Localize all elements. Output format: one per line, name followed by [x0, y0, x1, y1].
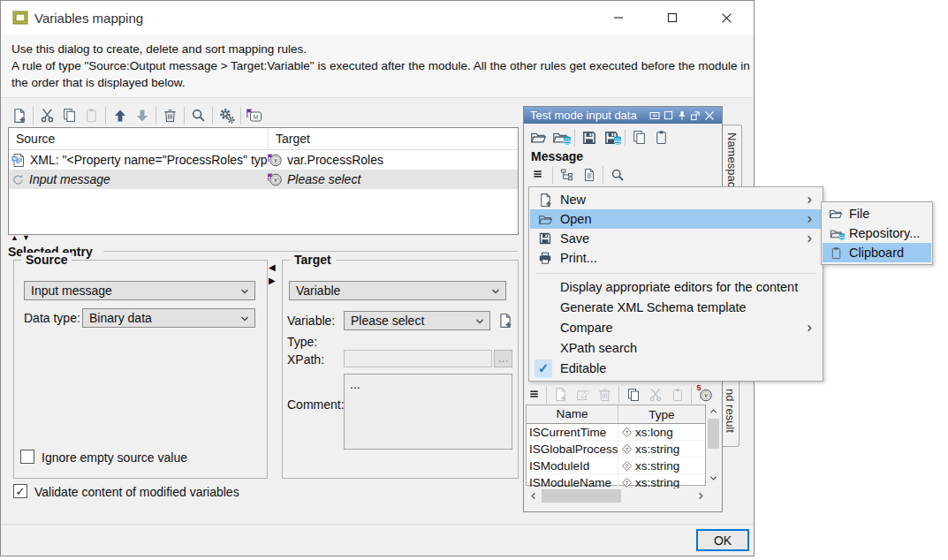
message-label: Message [531, 149, 583, 163]
save-file-button[interactable] [578, 126, 600, 148]
source-type-select[interactable]: Input message [24, 281, 255, 300]
validate-checkbox[interactable]: ✓ [13, 484, 27, 498]
menu-item-open[interactable]: Open [530, 209, 822, 229]
menu-item-xpath-search[interactable]: XPath search [530, 338, 822, 358]
close-panel-icon[interactable] [702, 109, 716, 122]
menu-item-generate-schema[interactable]: Generate XML Schema template [530, 298, 822, 317]
submenu-item-repository[interactable]: Repository... [823, 223, 931, 243]
collapse-left-button[interactable]: ◀ [269, 262, 276, 272]
ok-button[interactable]: OK [696, 529, 749, 551]
mapping-row-selected[interactable]: Input message Please select [9, 170, 518, 189]
new-variable-button[interactable] [494, 309, 516, 331]
target-group-label: Target [290, 253, 336, 267]
cut-variable-button[interactable] [644, 383, 666, 405]
column-header-source[interactable]: Source [9, 128, 269, 149]
scroll-up-icon[interactable] [709, 406, 718, 416]
column-header-name[interactable]: Name [527, 405, 618, 423]
tree-view-button[interactable] [556, 163, 578, 185]
minimize-icon[interactable] [598, 4, 639, 31]
cut-button[interactable] [36, 104, 58, 126]
scrollbar-thumb[interactable] [708, 419, 719, 449]
maximize-panel-icon[interactable] [662, 109, 675, 122]
menu-item-new[interactable]: New [530, 190, 822, 209]
open-file-button[interactable] [527, 126, 550, 148]
description-line: A rule of type "Source:Output message > … [11, 57, 743, 74]
variable-type: xs:long [635, 426, 673, 439]
sort-down-button[interactable]: ▼ [22, 233, 30, 242]
delete-button[interactable] [159, 104, 181, 126]
move-up-button[interactable] [109, 104, 131, 126]
comment-input[interactable]: ... [344, 374, 512, 450]
scroll-left-icon[interactable] [528, 491, 538, 501]
variable-row[interactable]: ISGlobalProcessId xs:string [527, 441, 705, 458]
document-view-button[interactable] [578, 163, 600, 185]
collapse-right-button[interactable]: ▶ [269, 276, 276, 285]
delete-variable-button[interactable] [594, 383, 616, 405]
module-variables-button[interactable]: M [244, 104, 266, 126]
toolbar-separator [574, 129, 575, 147]
submenu-item-clipboard[interactable]: Clipboard [823, 243, 931, 262]
menu-hamburger-icon[interactable] [527, 163, 550, 185]
variable-row[interactable]: ISCurrentTime xs:long [527, 424, 705, 441]
vertical-scrollbar[interactable] [707, 405, 720, 486]
copy-button[interactable] [58, 104, 80, 126]
dialog-title: Variables mapping [34, 11, 143, 26]
new-rule-button[interactable] [8, 104, 30, 126]
test-panel-title: Test mode input data [530, 109, 637, 122]
settings-button[interactable] [216, 104, 238, 126]
target-type-value: Variable [296, 284, 340, 298]
column-header-type[interactable]: Type [618, 408, 705, 421]
paste-variable-button[interactable] [666, 383, 688, 405]
variable-select[interactable]: Please select [344, 311, 490, 330]
move-down-button[interactable] [131, 104, 153, 126]
copy-content-button[interactable] [628, 126, 650, 148]
variables-table-header: Name Type [527, 405, 705, 424]
open-repository-button[interactable] [550, 126, 572, 148]
toolbar-separator [552, 166, 553, 184]
save-repository-button[interactable] [600, 126, 622, 148]
scroll-right-icon[interactable] [696, 491, 706, 501]
edit-variable-button[interactable] [572, 383, 594, 405]
target-type-select[interactable]: Variable [289, 281, 506, 300]
menu-item-print[interactable]: Print... [530, 248, 822, 268]
new-variable-button[interactable] [550, 383, 572, 405]
xpath-browse-button[interactable]: ... [494, 350, 512, 367]
menu-hamburger-icon[interactable] [526, 383, 543, 405]
search-content-button[interactable] [606, 163, 628, 185]
paste-button[interactable] [80, 104, 102, 126]
scrollbar-thumb[interactable] [542, 489, 621, 503]
variables-button[interactable]: 5 [694, 383, 717, 405]
pin-icon[interactable] [675, 109, 688, 122]
sort-up-button[interactable]: ▲ [11, 233, 19, 242]
column-header-target[interactable]: Target [269, 132, 518, 146]
variable-value: Please select [351, 314, 424, 328]
menu-item-save[interactable]: Save [530, 229, 822, 248]
data-type-select[interactable]: Binary data [82, 308, 255, 328]
close-icon[interactable] [706, 4, 747, 31]
horizontal-scrollbar[interactable] [526, 488, 720, 503]
mapping-row[interactable]: XML: "<Property name="ProcessRoles" typ.… [9, 150, 518, 170]
ignore-empty-label: Ignore empty source value [42, 450, 187, 465]
input-message-icon [11, 173, 25, 186]
variables-toolbar: 5 [526, 383, 717, 405]
submenu-item-file[interactable]: File [823, 204, 931, 223]
menu-item-display-editors[interactable]: Display appropriate editors for the cont… [530, 277, 822, 297]
variable-row[interactable]: ISModuleId xs:string [527, 458, 705, 474]
xpath-input[interactable] [344, 350, 492, 367]
menu-item-compare[interactable]: Compare [530, 318, 822, 337]
paste-content-button[interactable] [650, 126, 672, 148]
float-icon[interactable] [688, 109, 702, 122]
dock-left-icon[interactable] [648, 109, 661, 122]
screen: Variables mapping Use this dialog to cre… [0, 0, 948, 560]
search-button[interactable] [187, 104, 209, 126]
copy-variable-button[interactable] [622, 383, 644, 405]
tab-send-result[interactable]: nd result [721, 375, 739, 447]
database-icon [613, 132, 622, 148]
ignore-empty-checkbox[interactable] [20, 450, 34, 464]
maximize-icon[interactable] [652, 4, 693, 31]
scroll-down-icon[interactable] [709, 473, 718, 483]
description-line: Use this dialog to create, delete and so… [11, 41, 743, 57]
chevron-down-icon [490, 286, 501, 297]
test-panel-titlebar[interactable]: Test mode input data [524, 107, 722, 124]
menu-item-editable[interactable]: ✓ Editable [530, 359, 822, 378]
